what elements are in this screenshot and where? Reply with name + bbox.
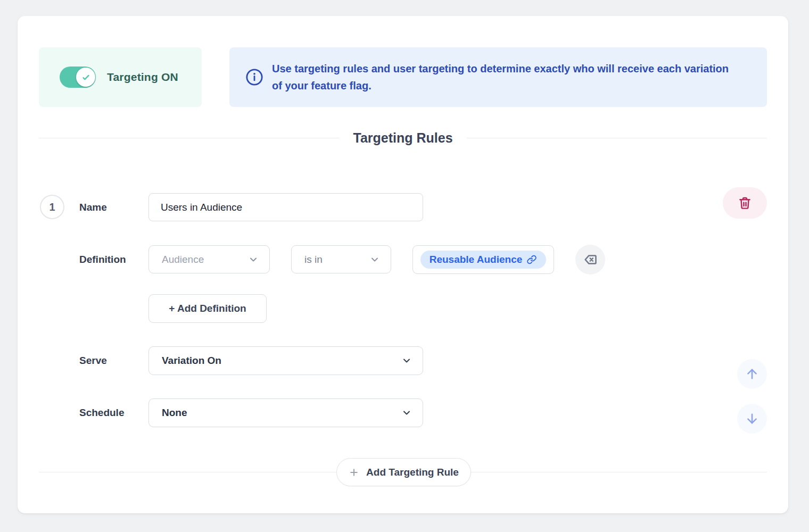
targeting-card: Targeting ON Use targeting rules and use…	[18, 16, 788, 513]
backspace-icon	[583, 252, 598, 267]
serve-select[interactable]: Variation On	[148, 346, 423, 375]
add-definition-button[interactable]: + Add Definition	[148, 294, 267, 323]
toggle-knob	[76, 68, 95, 87]
targeting-toggle[interactable]	[60, 66, 96, 88]
link-icon	[526, 254, 537, 265]
delete-rule-button[interactable]	[723, 187, 767, 219]
serve-label: Serve	[79, 346, 107, 375]
info-banner-text: Use targeting rules and user targeting t…	[272, 60, 740, 94]
chevron-down-icon	[248, 254, 259, 265]
chevron-down-icon	[401, 408, 412, 418]
schedule-value: None	[162, 407, 187, 419]
check-icon	[81, 73, 90, 82]
targeting-status-label: Targeting ON	[107, 71, 178, 84]
trash-icon	[738, 196, 752, 210]
schedule-select[interactable]: None	[148, 398, 423, 427]
chevron-down-icon	[401, 355, 412, 366]
section-title: Targeting Rules	[339, 130, 466, 146]
definition-value-box[interactable]: Reusable Audience	[412, 245, 554, 274]
plus-icon	[349, 467, 359, 478]
serve-value: Variation On	[162, 355, 221, 367]
add-targeting-rule-label: Add Targeting Rule	[366, 467, 459, 478]
reusable-audience-chip[interactable]: Reusable Audience	[420, 251, 547, 269]
arrow-up-icon	[745, 367, 760, 381]
schedule-label: Schedule	[79, 398, 124, 427]
add-targeting-rule-button[interactable]: Add Targeting Rule	[336, 458, 471, 486]
definition-comparator-select[interactable]: is in	[291, 245, 391, 273]
section-header: Targeting Rules	[39, 128, 767, 148]
definition-property-value: Audience	[162, 254, 204, 265]
name-label: Name	[79, 193, 107, 221]
info-banner: Use targeting rules and user targeting t…	[229, 47, 767, 107]
definition-comparator-value: is in	[304, 254, 323, 265]
definition-property-select[interactable]: Audience	[148, 245, 270, 273]
clear-definition-button[interactable]	[575, 245, 605, 275]
chevron-down-icon	[369, 254, 380, 265]
move-rule-down-button[interactable]	[737, 404, 767, 434]
arrow-down-icon	[745, 411, 760, 426]
definition-label: Definition	[79, 245, 126, 273]
reusable-audience-label: Reusable Audience	[430, 254, 523, 265]
info-icon	[245, 68, 263, 86]
rule-number-badge: 1	[40, 195, 64, 219]
rule-name-input[interactable]	[148, 193, 423, 221]
targeting-status-panel: Targeting ON	[39, 47, 202, 107]
move-rule-up-button[interactable]	[737, 359, 767, 389]
